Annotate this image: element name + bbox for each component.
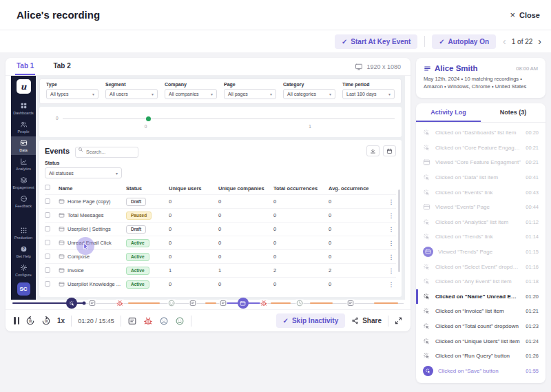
filter-page-select[interactable]: All pages ▾ (224, 89, 276, 99)
timeline-note-marker[interactable] (89, 300, 96, 307)
activity-entry[interactable]: Clicked on “Save” button 01:55 (416, 364, 545, 379)
timeline-bug-marker[interactable] (260, 300, 267, 307)
table-row[interactable]: Userpilot | Settings Draft 0 0 0 0 ⋮ (45, 222, 396, 236)
column-header-unique-users[interactable]: Unique users (169, 185, 218, 192)
activity-entry[interactable]: Clicked on “Analytics” list item 01:12 (416, 215, 545, 230)
activity-entry[interactable]: Clicked on “Any Event” list item 01:18 (416, 274, 545, 289)
select-all-checkbox[interactable] (45, 185, 50, 190)
filter-company-select[interactable]: All companies ▾ (165, 89, 217, 99)
player-timeline[interactable] (12, 298, 404, 308)
sidebar-item-configure[interactable]: Configure (11, 261, 36, 280)
sidebar-item-feedback[interactable]: Feedback (11, 192, 36, 211)
activity-entry[interactable]: Clicked on “Select Event” dropdown 01:16 (416, 259, 545, 274)
search-input[interactable] (75, 147, 138, 158)
next-recording-button[interactable]: › (538, 37, 541, 46)
sidebar-item-analytics[interactable]: Analytics (11, 155, 36, 174)
table-row[interactable]: Total Meesages Paused 0 0 0 0 ⋮ (45, 208, 396, 222)
row-checkbox[interactable] (45, 198, 50, 204)
prev-recording-button[interactable]: ‹ (503, 37, 506, 46)
table-row[interactable]: Home Page (copy) Draft 0 0 0 0 ⋮ (45, 194, 396, 208)
sidebar-item-get-help[interactable]: ? Get Help (11, 243, 36, 261)
timeline-clock-marker[interactable] (296, 300, 304, 307)
smile-reaction-button[interactable] (175, 316, 185, 326)
user-name[interactable]: Alice Smith (435, 64, 478, 72)
report-bug-button[interactable] (143, 316, 153, 326)
activity-entry[interactable]: Clicked on “Name” Unread Email C... 01:2… (416, 289, 545, 305)
row-checkbox[interactable] (45, 240, 50, 245)
sidebar-item-people[interactable]: People (11, 118, 36, 136)
row-checkbox[interactable] (45, 226, 50, 231)
column-header-name[interactable]: Name (59, 185, 126, 192)
sidebar-item-dashboards[interactable]: Dashboards (11, 99, 36, 118)
rewind-10-button[interactable]: 10 (25, 316, 35, 326)
tab-2[interactable]: Tab 2 (52, 58, 72, 75)
timeline-note-marker[interactable] (189, 300, 196, 307)
playback-speed-button[interactable]: 1x (57, 317, 65, 324)
filter-type-select[interactable]: All types ▾ (46, 89, 98, 99)
skip-inactivity-toggle[interactable]: ✓ Skip Inactivity (276, 313, 346, 328)
activity-entry[interactable]: Clicked on “Unique Users” list item 01:2… (416, 333, 545, 349)
table-row[interactable]: Compose Active 0 0 0 0 ⋮ (45, 249, 396, 263)
kebab-menu-icon[interactable]: ⋮ (388, 267, 395, 274)
activity-entry[interactable]: Clicked on “Invoice” list item 01:21 (416, 304, 545, 319)
forward-10-button[interactable]: 10 (41, 316, 51, 326)
table-scrollbar[interactable] (398, 189, 400, 272)
timeline-dot-marker[interactable] (82, 302, 85, 305)
activity-entry[interactable]: Viewed “Core Feature Engagment” 00:21 (416, 155, 545, 170)
tab-notes[interactable]: Notes (3) (481, 103, 545, 122)
column-header-unique-companies[interactable]: Unique companies (218, 185, 273, 192)
calendar-button[interactable] (383, 145, 396, 156)
start-at-key-event-button[interactable]: ✓ Start At Key Event (335, 34, 417, 49)
avatar[interactable]: SC (17, 282, 30, 296)
filter-segment-select[interactable]: All users ▾ (105, 89, 158, 99)
share-button[interactable]: Share (351, 317, 382, 324)
timeline-note-marker[interactable] (347, 300, 355, 307)
sidebar-item-data[interactable]: Data (11, 136, 36, 155)
kebab-menu-icon[interactable]: ⋮ (388, 226, 395, 233)
timeline-view-marker[interactable] (238, 298, 249, 309)
row-checkbox[interactable] (45, 212, 50, 218)
row-checkbox[interactable] (45, 267, 50, 273)
table-row[interactable]: Unread Email Click Active 0 0 0 0 ⋮ (45, 236, 396, 249)
activity-entry[interactable]: Viewed “Events” Page 00:44 (416, 200, 545, 215)
activity-entry[interactable]: Clicked on “Trends” link 01:14 (416, 229, 545, 245)
timeline-smile-marker[interactable] (167, 300, 175, 307)
table-row[interactable]: Invoice Active 1 1 2 2 ⋮ (45, 263, 396, 277)
activity-entry[interactable]: Clicked on “Core Feature Engagem... 00:2… (416, 141, 545, 156)
column-header-total-occurrences[interactable]: Total occurrences (273, 185, 329, 192)
activity-entry[interactable]: Clicked on “Run Query” button 01:26 (416, 349, 545, 364)
timeline-click-marker[interactable] (66, 298, 77, 309)
status-filter-select[interactable]: All statuses ▾ (45, 167, 122, 178)
kebab-menu-icon[interactable]: ⋮ (388, 254, 395, 260)
timeline-bug-marker[interactable] (116, 300, 123, 307)
close-button[interactable]: × Close (510, 10, 540, 20)
kebab-menu-icon[interactable]: ⋮ (388, 240, 395, 247)
row-checkbox[interactable] (45, 254, 50, 259)
add-note-button[interactable] (127, 316, 137, 326)
activity-entry[interactable]: Clicked on “Dashboards” list item 00:20 (416, 125, 545, 141)
kebab-menu-icon[interactable]: ⋮ (388, 212, 395, 219)
activity-entry[interactable]: Clicked on “Events” link 00:43 (416, 185, 545, 200)
download-button[interactable] (366, 145, 380, 156)
sidebar-item-engagement[interactable]: Engagement (11, 174, 36, 192)
timeline-note-marker[interactable] (219, 300, 227, 307)
filter-time-period-select[interactable]: Last 180 days ▾ (342, 89, 395, 99)
autoplay-toggle[interactable]: ✓ Autoplay On (432, 34, 496, 49)
pause-button[interactable] (14, 317, 19, 324)
kebab-menu-icon[interactable]: ⋮ (388, 198, 395, 205)
tab-activity-log[interactable]: Activity Log (416, 103, 481, 122)
table-row[interactable]: Userpilot Knowledge ... Active 0 0 0 0 ⋮ (45, 277, 396, 291)
activity-entry[interactable]: Clicked on “Data” list item 00:41 (416, 170, 545, 185)
frown-reaction-button[interactable] (159, 316, 169, 326)
tab-1[interactable]: Tab 1 (15, 58, 35, 75)
filter-category-select[interactable]: All categories ▾ (283, 89, 335, 99)
sidebar-item-production[interactable]: Production (11, 224, 36, 243)
fullscreen-button[interactable] (395, 317, 402, 324)
activity-entry[interactable]: Clicked on “Total count” dropdown 01:23 (416, 319, 545, 334)
chart-data-point[interactable] (146, 116, 151, 121)
column-header-avg-occurrence[interactable]: Avg. occurrence (329, 185, 373, 192)
activity-entry[interactable]: Viewed “Trends” Page 01:15 (416, 245, 545, 260)
column-header-status[interactable]: Status (126, 185, 169, 192)
row-checkbox[interactable] (45, 281, 50, 287)
kebab-menu-icon[interactable]: ⋮ (388, 281, 395, 288)
